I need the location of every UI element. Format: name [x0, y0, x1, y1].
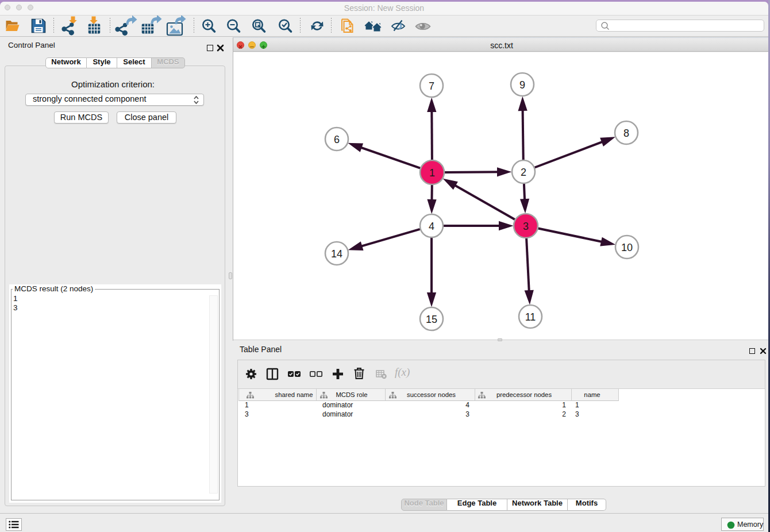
svg-text:4: 4	[429, 221, 434, 232]
svg-text:1: 1	[429, 167, 435, 179]
svg-text:11: 11	[525, 311, 536, 323]
svg-text:2: 2	[521, 167, 526, 178]
svg-text:9: 9	[519, 79, 525, 91]
svg-text:8: 8	[623, 128, 629, 139]
svg-text:6: 6	[334, 134, 340, 145]
svg-text:10: 10	[621, 242, 633, 253]
svg-text:7: 7	[429, 80, 434, 92]
svg-text:14: 14	[331, 248, 342, 260]
svg-text:15: 15	[426, 314, 437, 325]
svg-text:3: 3	[523, 221, 529, 232]
